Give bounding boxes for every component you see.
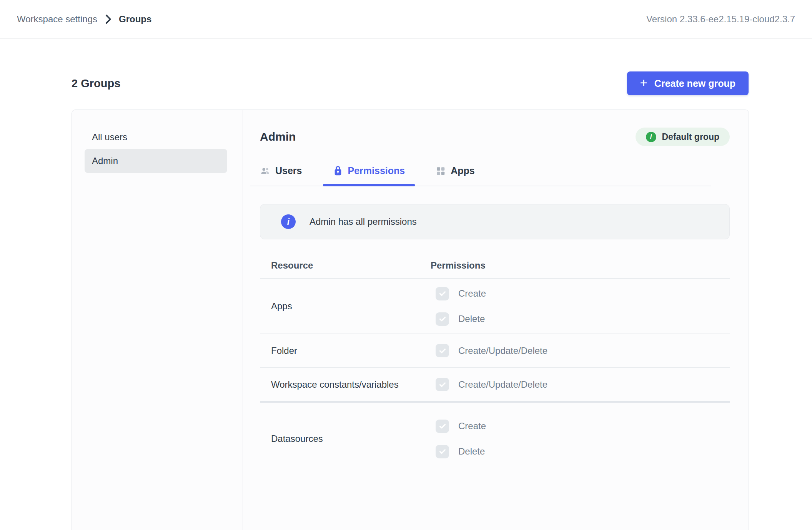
permissions-table: Resource Permissions Apps Create	[260, 260, 730, 475]
checkbox-label: Delete	[458, 314, 485, 324]
checkbox-checked[interactable]	[436, 344, 449, 357]
groups-sidebar: All users Admin	[72, 110, 243, 530]
create-new-group-label: Create new group	[654, 78, 735, 89]
groups-count-heading: 2 Groups	[72, 77, 120, 90]
group-title: Admin	[260, 130, 296, 143]
info-icon: i	[281, 214, 296, 229]
table-row-apps: Apps Create Delete	[260, 278, 730, 334]
permission-option: Create/Update/Delete	[436, 344, 730, 357]
checkbox-checked[interactable]	[436, 445, 449, 458]
tab-users-label: Users	[275, 165, 302, 176]
info-icon: i	[646, 132, 656, 142]
checkbox-label: Create/Update/Delete	[458, 379, 547, 390]
permission-option: Create/Update/Delete	[436, 378, 730, 391]
tab-users[interactable]: Users	[250, 161, 312, 186]
info-banner-text: Admin has all permissions	[309, 216, 417, 227]
breadcrumb-workspace-settings[interactable]: Workspace settings	[17, 14, 97, 25]
group-tabs: Users Permissions	[250, 161, 711, 186]
checkbox-label: Create	[458, 421, 486, 431]
breadcrumb: Workspace settings Groups	[17, 14, 151, 25]
tab-permissions[interactable]: Permissions	[323, 161, 415, 186]
tab-permissions-label: Permissions	[348, 165, 405, 176]
tab-apps[interactable]: Apps	[426, 161, 485, 186]
checkbox-checked[interactable]	[436, 312, 449, 326]
default-group-badge-label: Default group	[662, 132, 720, 142]
top-header: Workspace settings Groups Version 2.33.6…	[0, 0, 812, 39]
group-detail-pane: Admin i Default group Users	[243, 110, 749, 530]
chevron-right-icon	[104, 14, 112, 24]
column-header-resource: Resource	[260, 260, 431, 271]
sidebar-item-all-users[interactable]: All users	[85, 125, 227, 149]
checkbox-label: Create/Update/Delete	[458, 345, 547, 356]
checkbox-checked[interactable]	[436, 378, 449, 391]
permission-option: Create	[436, 287, 730, 300]
lock-icon	[333, 165, 343, 176]
permission-option: Delete	[436, 445, 730, 458]
create-new-group-button[interactable]: + Create new group	[627, 71, 749, 95]
checkbox-checked[interactable]	[436, 420, 449, 433]
permissions-table-header: Resource Permissions	[260, 260, 730, 278]
group-detail-header: Admin i Default group	[260, 128, 730, 146]
resource-label: Apps	[260, 301, 431, 312]
table-row-folder: Folder Create/Update/Delete	[260, 334, 730, 367]
default-group-badge: i Default group	[636, 128, 730, 146]
sidebar-item-admin[interactable]: Admin	[85, 149, 227, 173]
checkbox-checked[interactable]	[436, 287, 449, 300]
table-row-datasources: Datasources Create Delete	[260, 401, 730, 475]
column-header-permissions: Permissions	[431, 260, 730, 271]
table-row-workspace-constants: Workspace constants/variables Create/Upd…	[260, 367, 730, 401]
resource-label: Datasources	[260, 433, 431, 444]
resource-label: Folder	[260, 345, 431, 356]
version-label: Version 2.33.6-ee2.15.19-cloud2.3.7	[646, 14, 795, 25]
resource-label: Workspace constants/variables	[260, 379, 431, 390]
tab-apps-label: Apps	[451, 165, 475, 176]
breadcrumb-groups: Groups	[119, 14, 151, 25]
checkbox-label: Create	[458, 288, 486, 299]
apps-grid-icon	[436, 166, 446, 176]
checkbox-label: Delete	[458, 446, 485, 457]
plus-icon: +	[640, 76, 647, 89]
groups-toolbar: 2 Groups + Create new group	[72, 71, 749, 95]
groups-panel: All users Admin Admin i Default group	[72, 110, 749, 530]
users-icon	[260, 166, 270, 176]
info-banner: i Admin has all permissions	[260, 204, 730, 239]
permission-option: Delete	[436, 312, 730, 326]
permission-option: Create	[436, 420, 730, 433]
